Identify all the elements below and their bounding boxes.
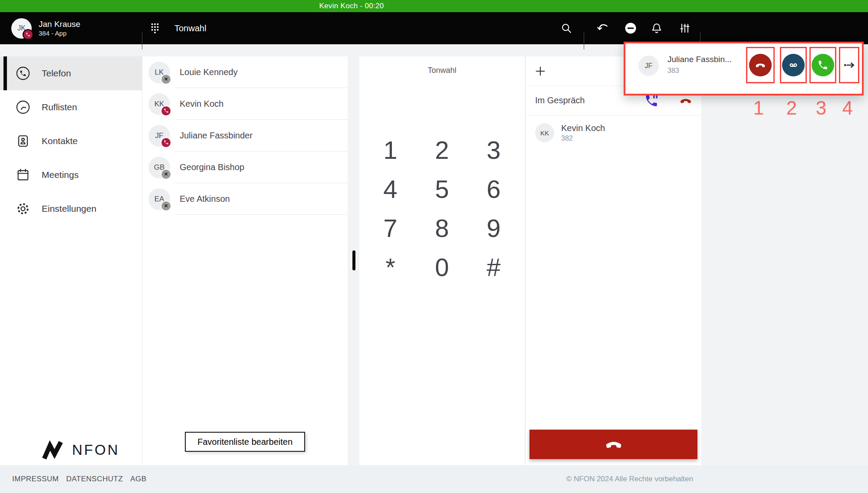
send-to-voicemail-button[interactable] (782, 54, 805, 76)
audio-settings-sliders-icon[interactable] (678, 21, 692, 35)
favorite-kevin-koch[interactable]: KK Kevin Koch (142, 88, 348, 120)
nfon-logo-mark (40, 439, 67, 461)
avatar: JF (148, 125, 170, 147)
clock-icon (16, 100, 30, 115)
search-icon[interactable] (559, 21, 573, 35)
edit-favorites-button[interactable]: Favoritenliste bearbeiten (185, 432, 305, 452)
key-3[interactable]: 3 (468, 130, 519, 169)
page-title: Tonwahl (174, 23, 206, 33)
current-user[interactable]: JK Jan Krause 384 - App (11, 12, 80, 44)
key-2[interactable]: 2 (416, 130, 468, 169)
sidebar-item-label: Meetings (42, 170, 79, 180)
favorite-georgina-bishop[interactable]: GB ✕ Georgina Bishop (142, 151, 348, 183)
avatar: LK ✕ (148, 62, 170, 83)
key-4[interactable]: 4 (365, 169, 416, 208)
dnd-status-icon[interactable] (624, 21, 638, 35)
sidebar-item-einstellungen[interactable]: Einstellungen (0, 192, 142, 226)
annotation-numbers: 1 2 3 4 (624, 97, 864, 119)
app-header: JK Jan Krause 384 - App Tonwahl (0, 12, 868, 44)
hangup-icon (754, 59, 766, 71)
user-info: Jan Krause 384 - App (39, 19, 80, 38)
key-6[interactable]: 6 (468, 169, 519, 208)
key-9[interactable]: 9 (468, 208, 519, 247)
copyright-text: © NFON 2024 Alle Rechte vorbehalten (566, 465, 693, 493)
caller-number: 383 (667, 67, 679, 75)
key-7[interactable]: 7 (365, 208, 416, 247)
notifications-bell-icon[interactable] (650, 21, 664, 35)
key-8[interactable]: 8 (416, 208, 468, 247)
favorites-list: LK ✕ Louie Kennedy KK Kevin Koch JF Juli… (142, 56, 348, 465)
caller-name: Juliane Fassbin... (667, 55, 732, 64)
key-0[interactable]: 0 (416, 247, 468, 286)
favorite-louie-kennedy[interactable]: LK ✕ Louie Kennedy (142, 56, 348, 88)
favorite-name: Louie Kennedy (180, 67, 237, 77)
dialpad-title: Tonwahl (359, 66, 525, 75)
sidebar-item-label: Telefon (42, 68, 71, 79)
column-resize-handle[interactable] (352, 250, 355, 270)
calendar-icon (16, 168, 30, 182)
dialpad-icon (150, 22, 160, 34)
annotation-number-4: 4 (842, 97, 853, 119)
dialpad-panel: Tonwahl 1 2 3 4 5 6 7 8 9 * 0 # (359, 56, 525, 465)
annotation-box-3 (809, 47, 836, 83)
nfon-logo: NFON (40, 439, 120, 461)
call-forwarding-icon[interactable] (595, 21, 609, 35)
sidebar-item-ruflisten[interactable]: Ruflisten (0, 90, 142, 124)
active-call-banner-text: Kevin Koch - 00:20 (0, 0, 703, 12)
transfer-call-button[interactable] (840, 54, 858, 76)
footer-link-impressum[interactable]: IMPRESSUM (12, 475, 59, 483)
annotation-box-4 (839, 47, 859, 83)
annotation-number-3: 3 (816, 97, 826, 119)
accept-call-button[interactable] (812, 54, 834, 76)
decline-call-button[interactable] (749, 54, 772, 76)
sidebar-item-label: Kontakte (42, 136, 78, 146)
gear-icon (16, 201, 30, 216)
phone-icon (817, 59, 829, 71)
footer-link-datenschutz[interactable]: DATENSCHUTZ (66, 475, 123, 483)
favorite-name: Juliane Fassbinder (180, 131, 253, 141)
active-call-banner[interactable]: Kevin Koch - 00:20 (0, 0, 868, 12)
header-divider (142, 32, 142, 49)
sidebar-item-telefon[interactable]: Telefon (0, 56, 142, 90)
sidebar-item-meetings[interactable]: Meetings (0, 158, 142, 192)
transfer-arrow-icon (843, 59, 856, 72)
plus-icon[interactable] (534, 65, 546, 77)
key-1[interactable]: 1 (365, 130, 416, 169)
nfon-logo-text: NFON (72, 442, 120, 458)
favorite-name: Georgina Bishop (180, 162, 244, 172)
remove-favorite-icon[interactable]: ✕ (161, 200, 171, 211)
active-call-entry[interactable]: KK Kevin Koch 382 (526, 122, 701, 143)
key-star[interactable]: * (365, 247, 416, 286)
key-5[interactable]: 5 (416, 169, 468, 208)
user-extension: 384 - App (39, 29, 80, 38)
user-name: Jan Krause (39, 19, 80, 29)
hangup-button[interactable] (529, 430, 697, 459)
key-hash[interactable]: # (468, 247, 519, 286)
phone-icon (16, 66, 30, 81)
remove-favorite-icon[interactable]: ✕ (161, 169, 171, 180)
avatar: EA ✕ (148, 188, 170, 210)
footer: IMPRESSUM DATENSCHUTZ AGB © NFON 2024 Al… (0, 465, 868, 493)
remove-favorite-icon[interactable]: ✕ (161, 74, 171, 85)
favorite-name: Eve Atkinson (180, 194, 230, 204)
favorite-juliane-fassbinder[interactable]: JF Juliane Fassbinder (142, 120, 348, 151)
footer-link-agb[interactable]: AGB (130, 475, 146, 483)
sidebar-nav: Telefon Ruflisten Kontakte (0, 56, 142, 465)
sidebar-item-label: Einstellungen (42, 204, 96, 214)
call-contact-name: Kevin Koch (561, 122, 605, 134)
favorite-eve-atkinson[interactable]: EA ✕ Eve Atkinson (142, 183, 348, 215)
in-call-badge (161, 105, 171, 116)
avatar: KK (535, 123, 554, 142)
sidebar-item-label: Ruflisten (42, 102, 77, 112)
avatar: JK (11, 18, 32, 39)
voicemail-icon (788, 59, 799, 71)
incoming-call-popup: JF Juliane Fassbin... 383 (624, 42, 864, 95)
hangup-icon (604, 434, 624, 454)
header-divider (584, 32, 584, 49)
contact-card-icon (16, 134, 30, 148)
sidebar-item-kontakte[interactable]: Kontakte (0, 124, 142, 158)
in-call-badge (23, 29, 33, 40)
avatar: KK (148, 93, 170, 115)
annotation-box-2 (780, 47, 807, 83)
in-call-badge (161, 137, 171, 148)
